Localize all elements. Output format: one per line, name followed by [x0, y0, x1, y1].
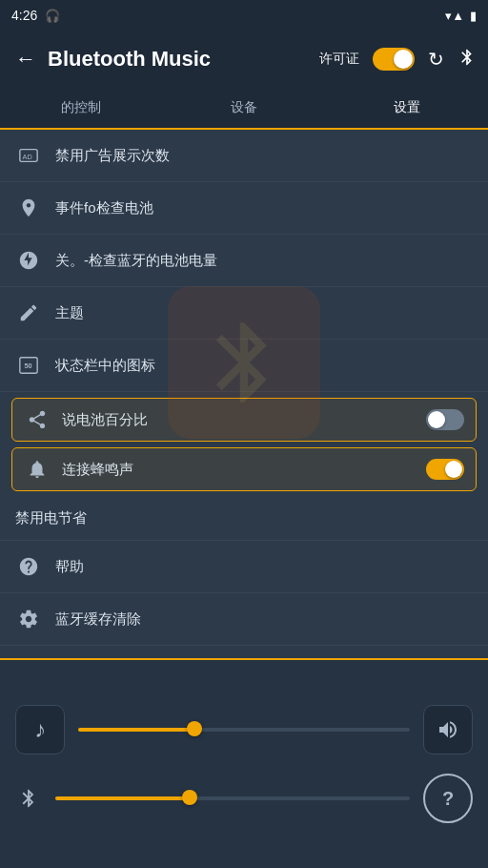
menu-item-power-save[interactable]: 禁用电节省	[0, 497, 488, 541]
bluetooth-header-icon[interactable]	[458, 48, 477, 72]
bt-slider[interactable]	[55, 796, 410, 801]
tabs: 的控制 设备 设置	[0, 88, 488, 130]
refresh-icon[interactable]: ↻	[428, 48, 444, 71]
battery-icon: ▮	[470, 9, 477, 23]
back-button[interactable]: ←	[11, 43, 40, 75]
header: ← Bluetooth Music 许可证 ↻	[0, 31, 488, 88]
svg-text:AD: AD	[23, 153, 32, 161]
bluetooth-row: ?	[15, 774, 473, 823]
help-text: 帮助	[55, 558, 473, 576]
ads-icon: AD	[15, 142, 42, 169]
tab-settings[interactable]: 设置	[325, 88, 488, 128]
tab-device[interactable]: 设备	[163, 88, 326, 128]
connect-beep-icon	[24, 456, 51, 483]
event-text: 事件fo检查电池	[55, 199, 473, 217]
volume-row: ♪	[15, 705, 473, 754]
help-icon	[15, 553, 42, 580]
menu-item-battery-check[interactable]: 关。-检查蓝牙的电池电量	[0, 235, 488, 287]
volume-button[interactable]	[423, 705, 473, 754]
toggle-knob	[394, 50, 413, 69]
settings-content: AD 禁用广告展示次数 事件fo检查电池 关。-检查蓝牙的电池电量 主题 50 …	[0, 130, 488, 656]
tab-control[interactable]: 的控制	[0, 88, 163, 128]
music-note-button[interactable]: ♪	[15, 705, 65, 754]
status-bar: 4:26 🎧 ▾▲ ▮	[0, 0, 488, 31]
menu-item-help[interactable]: 帮助	[0, 541, 488, 593]
volume-icon	[437, 718, 459, 741]
statusbar-icon: 50	[15, 352, 42, 379]
menu-item-ads[interactable]: AD 禁用广告展示次数	[0, 130, 488, 182]
bottom-player: ♪ ?	[0, 658, 488, 868]
help-player-icon: ?	[442, 788, 454, 810]
battery-percent-toggle[interactable]	[426, 409, 464, 430]
bluetooth-player-icon	[15, 785, 42, 812]
permission-label: 许可证	[319, 51, 359, 68]
theme-text: 主题	[55, 304, 473, 322]
menu-item-clear-cache[interactable]: 蓝牙缓存清除	[0, 593, 488, 646]
battery-check-icon	[15, 247, 42, 274]
connect-beep-text: 连接蜂鸣声	[62, 461, 415, 479]
wifi-icon: ▾▲	[445, 9, 464, 23]
menu-item-theme[interactable]: 主题	[0, 287, 488, 340]
svg-text:50: 50	[24, 362, 31, 370]
theme-icon	[15, 300, 42, 326]
headset-icon: 🎧	[45, 9, 60, 23]
help-player-button[interactable]: ?	[423, 774, 473, 823]
status-time: 4:26	[11, 8, 37, 23]
toggle-connect-beep[interactable]: 连接蜂鸣声	[11, 447, 477, 491]
toggle-battery-percent[interactable]: 说电池百分比	[11, 398, 477, 442]
menu-item-statusbar[interactable]: 50 状态栏中的图标	[0, 340, 488, 392]
ads-text: 禁用广告展示次数	[55, 147, 473, 165]
permission-toggle[interactable]	[373, 48, 415, 71]
menu-item-event[interactable]: 事件fo检查电池	[0, 182, 488, 235]
event-icon	[15, 195, 42, 221]
header-actions: 许可证 ↻	[319, 48, 477, 72]
clear-cache-text: 蓝牙缓存清除	[55, 610, 473, 629]
statusbar-text: 状态栏中的图标	[55, 357, 473, 375]
music-note-icon: ♪	[34, 716, 46, 743]
power-save-text: 禁用电节省	[15, 509, 473, 527]
battery-check-text: 关。-检查蓝牙的电池电量	[55, 252, 473, 270]
battery-percent-icon	[24, 406, 51, 433]
volume-slider[interactable]	[78, 727, 410, 733]
connect-beep-toggle[interactable]	[426, 459, 464, 480]
page-title: Bluetooth Music	[48, 47, 312, 72]
battery-percent-text: 说电池百分比	[62, 411, 415, 429]
menu-item-permissions[interactable]: 权限	[0, 646, 488, 656]
clear-cache-icon	[15, 606, 42, 632]
